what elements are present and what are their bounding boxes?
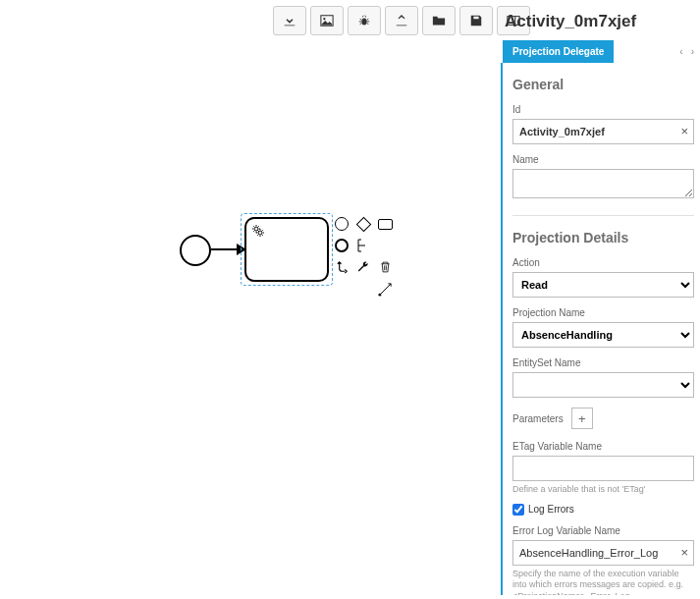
tab-next-icon[interactable]: › [691, 46, 694, 57]
errorlog-label: Error Log Variable Name [512, 525, 694, 536]
name-input[interactable] [512, 169, 694, 198]
upload-button[interactable] [385, 6, 418, 35]
add-parameter-button[interactable]: + [571, 408, 593, 429]
parameters-label: Parameters [512, 413, 564, 424]
image-button[interactable] [310, 6, 344, 35]
tab-projection-delegate[interactable]: Projection Delegate [503, 40, 614, 63]
etag-help: Define a variable that is not 'ETag' [512, 484, 694, 496]
append-task-icon[interactable] [377, 216, 393, 232]
id-label: Id [512, 104, 694, 115]
id-input[interactable] [512, 119, 694, 144]
bug-button[interactable] [348, 6, 381, 35]
clear-errorlog-icon[interactable]: × [680, 545, 688, 560]
svg-point-6 [258, 231, 262, 235]
section-general: General [512, 77, 694, 92]
append-end-event-icon[interactable] [334, 216, 350, 232]
download-button[interactable] [273, 6, 306, 35]
svg-point-1 [323, 18, 325, 20]
context-pad [334, 216, 395, 299]
log-errors-label: Log Errors [528, 504, 574, 515]
append-gateway-icon[interactable] [355, 216, 371, 232]
clear-id-icon[interactable]: × [680, 124, 688, 138]
wrench-icon[interactable] [355, 259, 371, 275]
action-select[interactable]: Read [512, 272, 694, 298]
svg-point-2 [361, 18, 366, 25]
name-label: Name [512, 154, 694, 165]
action-label: Action [512, 257, 694, 268]
projection-name-label: Projection Name [512, 307, 694, 318]
append-intermediate-icon[interactable] [334, 238, 350, 253]
connect-icon[interactable] [377, 281, 393, 297]
svg-point-7 [378, 293, 381, 296]
delete-icon[interactable] [377, 259, 393, 275]
panel-title: Activity_0m7xjef [501, 0, 700, 39]
sequence-flow[interactable] [211, 248, 244, 250]
projection-name-select[interactable]: AbsenceHandling [512, 322, 694, 348]
service-task-gear-icon [250, 223, 266, 242]
log-errors-checkbox[interactable] [512, 504, 524, 516]
entityset-select[interactable] [512, 372, 694, 398]
entityset-label: EntitySet Name [512, 357, 694, 368]
etag-label: ETag Variable Name [512, 441, 694, 452]
save-button[interactable] [459, 6, 493, 35]
folder-button[interactable] [422, 6, 456, 35]
etag-input[interactable] [512, 456, 694, 481]
start-event[interactable] [180, 235, 211, 266]
errorlog-input[interactable] [512, 540, 694, 566]
properties-panel: Activity_0m7xjef Projection Delegate ‹ ›… [501, 0, 700, 599]
section-projection-details: Projection Details [512, 230, 694, 245]
change-type-icon[interactable] [334, 259, 350, 275]
annotation-icon[interactable] [355, 238, 371, 253]
bpmn-canvas[interactable] [0, 39, 501, 589]
errorlog-help: Specify the name of the execution variab… [512, 569, 694, 595]
tab-row: Projection Delegate ‹ › [501, 39, 700, 63]
top-toolbar [273, 6, 530, 35]
tab-prev-icon[interactable]: ‹ [679, 46, 682, 57]
